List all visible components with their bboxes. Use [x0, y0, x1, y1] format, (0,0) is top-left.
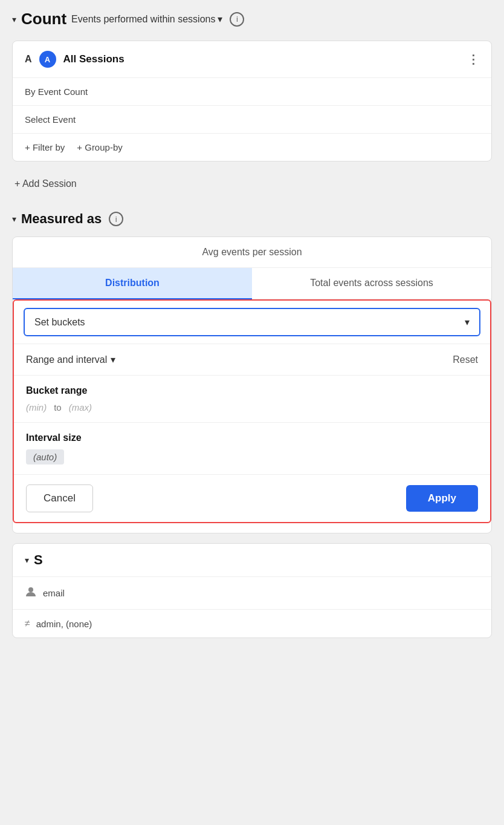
bucket-range-inputs: (min) to (max): [26, 402, 478, 412]
sessions-header: A A All Sessions ⋮: [13, 41, 491, 78]
range-interval-label-text: Range and interval: [26, 354, 107, 365]
admin-row: ≠ admin, (none): [13, 610, 491, 638]
bucket-range-title: Bucket range: [26, 385, 478, 396]
bucket-range-section: Bucket range (min) to (max): [14, 376, 490, 423]
session-icon: A: [39, 51, 56, 68]
email-row: email: [13, 577, 491, 610]
range-interval-chevron-icon: ▾: [111, 354, 115, 365]
measured-as-card: Avg events per session Distribution Tota…: [12, 236, 492, 533]
reset-button[interactable]: Reset: [453, 354, 478, 365]
set-buckets-row: Set buckets ▾: [14, 301, 490, 344]
by-event-count-row[interactable]: By Event Count: [13, 78, 491, 106]
svg-point-0: [28, 587, 33, 592]
events-chevron-icon: ▾: [218, 13, 222, 25]
events-info-icon[interactable]: i: [230, 12, 244, 27]
range-interval-dropdown[interactable]: Range and interval ▾: [26, 354, 115, 365]
to-label: to: [54, 402, 62, 412]
set-buckets-dropdown[interactable]: Set buckets ▾: [24, 308, 480, 336]
filter-group-row: + Filter by + Group-by: [13, 133, 491, 161]
neq-icon: ≠: [25, 618, 30, 629]
count-label: Count: [21, 10, 66, 28]
interval-title: Interval size: [26, 432, 478, 443]
session-title: All Sessions: [63, 53, 460, 65]
session-menu-icon[interactable]: ⋮: [467, 52, 479, 67]
measured-chevron-icon[interactable]: ▾: [12, 214, 16, 224]
count-chevron-icon[interactable]: ▾: [12, 15, 16, 24]
tab-distribution[interactable]: Distribution: [13, 268, 252, 299]
measured-as-header: ▾ Measured as i: [12, 211, 492, 227]
sessions-card: A A All Sessions ⋮ By Event Count Select…: [12, 41, 492, 161]
set-buckets-chevron-icon: ▾: [465, 316, 470, 328]
group-by-button[interactable]: + Group-by: [77, 142, 122, 152]
session-letter: A: [25, 54, 32, 65]
events-label: Events performed within sessions: [71, 14, 215, 25]
measured-tabs: Distribution Total events across session…: [13, 268, 491, 299]
email-label: email: [43, 588, 65, 598]
filter-by-button[interactable]: + Filter by: [25, 142, 65, 152]
range-interval-row: Range and interval ▾ Reset: [14, 344, 490, 376]
bucket-min-input[interactable]: (min): [26, 402, 47, 412]
interval-section: Interval size (auto): [14, 423, 490, 475]
bucket-popup: Set buckets ▾ Range and interval ▾ Reset…: [13, 299, 491, 523]
sessions-rows: By Event Count Select Event: [13, 78, 491, 133]
s-section-header: ▾ S: [13, 544, 491, 577]
bucket-max-input[interactable]: (max): [69, 402, 92, 412]
email-person-icon: [25, 585, 37, 601]
s-section-chevron-icon[interactable]: ▾: [25, 555, 29, 565]
measured-as-section: ▾ Measured as i Avg events per session D…: [12, 211, 492, 533]
measured-as-label: Measured as: [21, 211, 102, 227]
s-section-label: S: [34, 552, 43, 568]
s-section: ▾ S email ≠ admin, (none): [12, 543, 492, 638]
tab-total-events[interactable]: Total events across sessions: [252, 268, 491, 299]
auto-badge: (auto): [26, 449, 64, 465]
admin-label: admin, (none): [36, 619, 92, 629]
avg-events-tab[interactable]: Avg events per session: [13, 237, 491, 268]
add-session-button[interactable]: + Add Session: [12, 171, 492, 197]
cancel-button[interactable]: Cancel: [26, 484, 93, 512]
set-buckets-label: Set buckets: [34, 317, 85, 328]
measured-info-icon[interactable]: i: [109, 212, 123, 226]
header-row: ▾ Count Events performed within sessions…: [12, 10, 492, 28]
select-event-row[interactable]: Select Event: [13, 106, 491, 133]
apply-button[interactable]: Apply: [406, 485, 478, 512]
events-dropdown[interactable]: Events performed within sessions ▾: [71, 13, 222, 25]
action-row: Cancel Apply: [14, 475, 490, 522]
